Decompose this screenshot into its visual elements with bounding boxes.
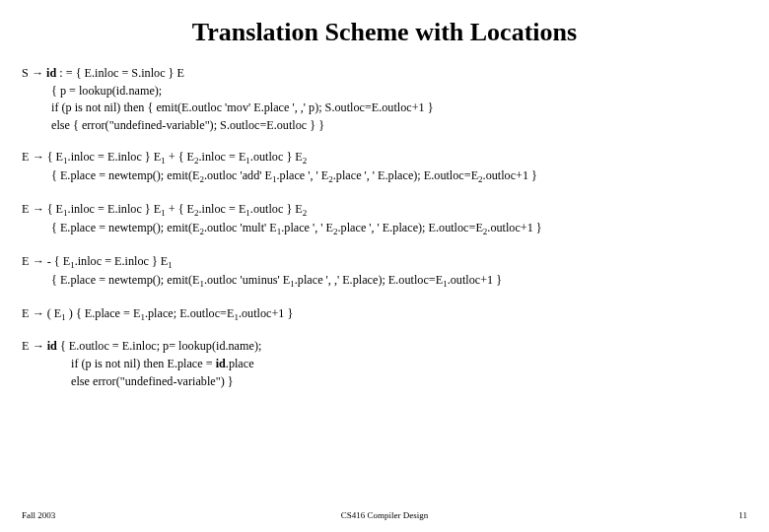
rule-6-line-1: E → id { E.outloc = E.inloc; p= lookup(i… <box>22 338 747 356</box>
footer-left: Fall 2003 <box>22 510 55 520</box>
rule-6-line-3: else error("undefined-variable") } <box>22 373 747 391</box>
rule-1-line-1: S → id : = { E.inloc = S.inloc } E <box>22 65 747 83</box>
rule-1-line-2: { p = lookup(id.name); <box>22 83 747 100</box>
rule-3: E → { E1.inloc = E.inloc } E1 + { E2.inl… <box>22 201 747 239</box>
rule-1-line-4: else { error("undefined-variable"); S.ou… <box>22 117 747 135</box>
rule-2: E → { E1.inloc = E.inloc } E1 + { E2.inl… <box>22 149 747 187</box>
id-kw: id <box>46 66 56 80</box>
footer: Fall 2003 CS416 Compiler Design 11 <box>22 510 747 520</box>
rule-1-line-3: if (p is not nil) then { emit(E.outloc '… <box>22 100 747 117</box>
footer-center: CS416 Compiler Design <box>341 510 429 520</box>
rule-6-line-2: if (p is not nil) then E.place = id.plac… <box>22 356 747 373</box>
id-kw: id <box>47 339 57 353</box>
rule-5: E → ( E1 ) { E.place = E1.place; E.outlo… <box>22 305 747 324</box>
footer-right: 11 <box>738 510 747 520</box>
rule-2-line-2: { E.place = newtemp(); emit(E2.outloc 'a… <box>22 167 747 186</box>
id-kw: id <box>216 357 226 370</box>
rule-4: E → - { E1.inloc = E.inloc } E1 { E.plac… <box>22 253 747 292</box>
rule-3-line-1: E → { E1.inloc = E.inloc } E1 + { E2.inl… <box>22 201 747 220</box>
rule-4-line-1: E → - { E1.inloc = E.inloc } E1 <box>22 253 747 272</box>
rule-1: S → id : = { E.inloc = S.inloc } E { p =… <box>22 65 747 135</box>
rule-2-line-1: E → { E1.inloc = E.inloc } E1 + { E2.inl… <box>22 149 747 167</box>
rule-4-line-2: { E.place = newtemp(); emit(E1.outloc 'u… <box>22 272 747 291</box>
slide-content: S → id : = { E.inloc = S.inloc } E { p =… <box>0 65 769 390</box>
slide-title: Translation Scheme with Locations <box>0 18 769 47</box>
rule-6: E → id { E.outloc = E.inloc; p= lookup(i… <box>22 338 747 390</box>
rule-5-line-1: E → ( E1 ) { E.place = E1.place; E.outlo… <box>22 305 747 324</box>
rule-3-line-2: { E.place = newtemp(); emit(E2.outloc 'm… <box>22 220 747 238</box>
